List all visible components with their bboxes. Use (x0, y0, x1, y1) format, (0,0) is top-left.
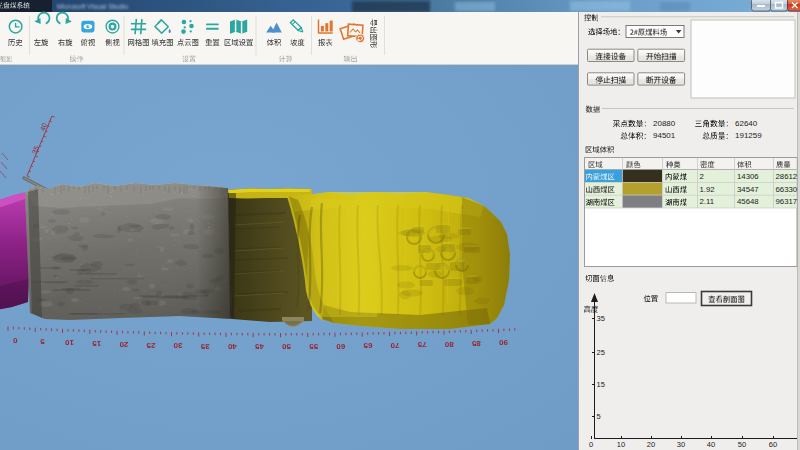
svg-text:0: 0 (589, 440, 593, 449)
svg-text:65: 65 (363, 341, 372, 350)
svg-text:60: 60 (769, 440, 777, 449)
svg-text:94501: 94501 (653, 131, 676, 140)
svg-text:1.92: 1.92 (700, 185, 715, 194)
svg-text:5: 5 (40, 337, 45, 346)
svg-text:10: 10 (65, 338, 74, 347)
svg-text:50: 50 (282, 342, 291, 351)
svg-text:30: 30 (677, 440, 685, 449)
svg-text:50: 50 (738, 440, 746, 449)
svg-text:90: 90 (499, 338, 508, 347)
svg-text:15: 15 (92, 339, 101, 348)
svg-text:2: 2 (700, 172, 704, 181)
svg-text:55: 55 (309, 342, 318, 351)
svg-text:20880: 20880 (653, 119, 676, 128)
svg-text:35: 35 (200, 342, 209, 351)
svg-text:80: 80 (444, 340, 453, 349)
svg-text:40: 40 (707, 440, 715, 449)
svg-text:20: 20 (647, 440, 655, 449)
svg-text:14306: 14306 (737, 172, 759, 181)
svg-text:75: 75 (417, 340, 426, 349)
svg-text:15: 15 (597, 380, 605, 389)
svg-text:85: 85 (471, 339, 480, 348)
svg-text:60: 60 (336, 342, 345, 351)
svg-text:25: 25 (146, 341, 155, 350)
svg-text:96317: 96317 (776, 197, 798, 206)
svg-text:30: 30 (173, 341, 182, 350)
svg-text:66330: 66330 (776, 185, 798, 194)
svg-text:35: 35 (597, 314, 605, 323)
svg-text:28612: 28612 (776, 172, 798, 181)
svg-text:0: 0 (13, 336, 18, 345)
svg-text:191259: 191259 (735, 131, 762, 140)
svg-text:2.11: 2.11 (700, 197, 715, 206)
svg-text:20: 20 (119, 340, 128, 349)
svg-text:34547: 34547 (737, 185, 759, 194)
svg-text:40: 40 (227, 342, 236, 351)
svg-text:Microsoft Visual Studio: Microsoft Visual Studio (57, 3, 128, 10)
svg-text:25: 25 (597, 348, 605, 357)
svg-text:5: 5 (597, 412, 601, 421)
svg-text:70: 70 (390, 341, 399, 350)
svg-text:62640: 62640 (735, 119, 758, 128)
svg-text:10: 10 (617, 440, 625, 449)
svg-text:45: 45 (255, 342, 264, 351)
svg-text:45648: 45648 (737, 197, 759, 206)
